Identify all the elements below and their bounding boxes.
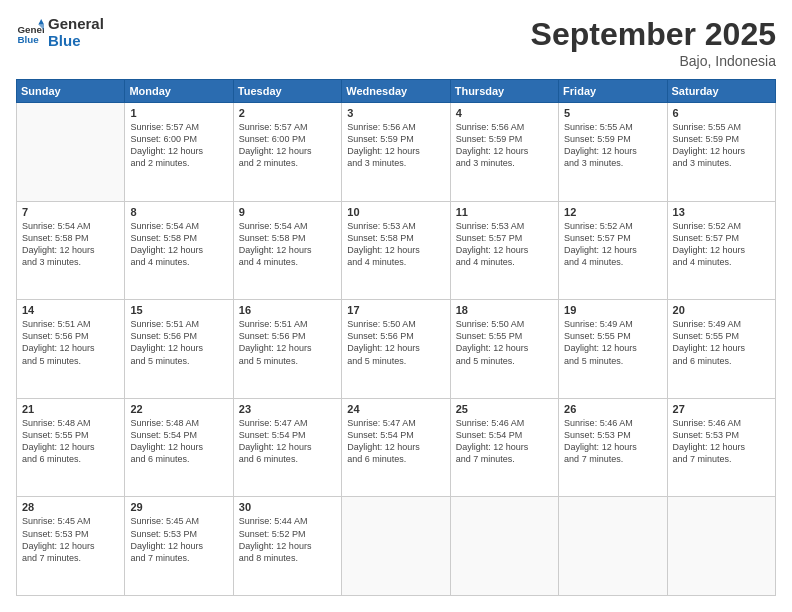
day-info-line: Sunrise: 5:48 AM (22, 417, 119, 429)
calendar-table: SundayMondayTuesdayWednesdayThursdayFrid… (16, 79, 776, 596)
day-info-line: Sunset: 5:54 PM (347, 429, 444, 441)
day-number: 20 (673, 304, 770, 316)
day-info-line: Sunrise: 5:54 AM (22, 220, 119, 232)
day-info-line: and 3 minutes. (22, 256, 119, 268)
day-info-line: Daylight: 12 hours (22, 342, 119, 354)
col-header-thursday: Thursday (450, 80, 558, 103)
day-info-line: Sunset: 5:59 PM (347, 133, 444, 145)
day-cell: 22Sunrise: 5:48 AMSunset: 5:54 PMDayligh… (125, 398, 233, 497)
day-info-line: Daylight: 12 hours (456, 145, 553, 157)
day-info-line: and 4 minutes. (130, 256, 227, 268)
day-info-line: Sunset: 5:58 PM (239, 232, 336, 244)
day-cell (559, 497, 667, 596)
day-info-line: Daylight: 12 hours (564, 441, 661, 453)
day-info-line: Sunset: 6:00 PM (239, 133, 336, 145)
day-info-line: Sunset: 5:59 PM (456, 133, 553, 145)
day-info-line: Sunrise: 5:44 AM (239, 515, 336, 527)
header: General Blue General Blue September 2025… (16, 16, 776, 69)
day-info-line: and 4 minutes. (239, 256, 336, 268)
day-info-line: and 2 minutes. (239, 157, 336, 169)
day-cell: 12Sunrise: 5:52 AMSunset: 5:57 PMDayligh… (559, 201, 667, 300)
day-info-line: Daylight: 12 hours (564, 244, 661, 256)
day-info-line: and 7 minutes. (130, 552, 227, 564)
day-number: 18 (456, 304, 553, 316)
day-cell (450, 497, 558, 596)
calendar-header-row: SundayMondayTuesdayWednesdayThursdayFrid… (17, 80, 776, 103)
day-info-line: Sunset: 5:52 PM (239, 528, 336, 540)
day-number: 16 (239, 304, 336, 316)
day-info-line: and 4 minutes. (456, 256, 553, 268)
col-header-friday: Friday (559, 80, 667, 103)
day-info-line: Daylight: 12 hours (673, 145, 770, 157)
day-info-line: Sunset: 5:53 PM (130, 528, 227, 540)
day-info-line: and 6 minutes. (22, 453, 119, 465)
logo-blue: Blue (48, 33, 104, 50)
day-number: 22 (130, 403, 227, 415)
week-row-2: 7Sunrise: 5:54 AMSunset: 5:58 PMDaylight… (17, 201, 776, 300)
day-info-line: and 7 minutes. (22, 552, 119, 564)
day-info-line: and 5 minutes. (564, 355, 661, 367)
day-info-line: Sunset: 5:58 PM (347, 232, 444, 244)
day-info-line: Sunrise: 5:57 AM (130, 121, 227, 133)
day-info-line: and 5 minutes. (239, 355, 336, 367)
day-info-line: Daylight: 12 hours (239, 145, 336, 157)
day-info-line: and 6 minutes. (239, 453, 336, 465)
day-info-line: Sunrise: 5:51 AM (22, 318, 119, 330)
day-cell: 14Sunrise: 5:51 AMSunset: 5:56 PMDayligh… (17, 300, 125, 399)
day-number: 17 (347, 304, 444, 316)
col-header-wednesday: Wednesday (342, 80, 450, 103)
col-header-sunday: Sunday (17, 80, 125, 103)
day-info-line: Daylight: 12 hours (239, 540, 336, 552)
day-info-line: Daylight: 12 hours (347, 244, 444, 256)
day-info-line: Sunrise: 5:52 AM (564, 220, 661, 232)
day-number: 6 (673, 107, 770, 119)
day-cell: 30Sunrise: 5:44 AMSunset: 5:52 PMDayligh… (233, 497, 341, 596)
day-cell: 21Sunrise: 5:48 AMSunset: 5:55 PMDayligh… (17, 398, 125, 497)
day-info-line: and 6 minutes. (130, 453, 227, 465)
day-cell: 9Sunrise: 5:54 AMSunset: 5:58 PMDaylight… (233, 201, 341, 300)
day-info-line: Daylight: 12 hours (22, 244, 119, 256)
day-info-line: Sunrise: 5:54 AM (130, 220, 227, 232)
day-info-line: Sunrise: 5:45 AM (22, 515, 119, 527)
day-info-line: and 5 minutes. (22, 355, 119, 367)
day-cell: 5Sunrise: 5:55 AMSunset: 5:59 PMDaylight… (559, 103, 667, 202)
day-info-line: Sunrise: 5:52 AM (673, 220, 770, 232)
day-cell: 25Sunrise: 5:46 AMSunset: 5:54 PMDayligh… (450, 398, 558, 497)
day-info-line: and 4 minutes. (564, 256, 661, 268)
day-info-line: Daylight: 12 hours (456, 441, 553, 453)
week-row-5: 28Sunrise: 5:45 AMSunset: 5:53 PMDayligh… (17, 497, 776, 596)
day-info-line: Daylight: 12 hours (130, 244, 227, 256)
day-cell: 3Sunrise: 5:56 AMSunset: 5:59 PMDaylight… (342, 103, 450, 202)
day-number: 26 (564, 403, 661, 415)
day-info-line: Daylight: 12 hours (130, 441, 227, 453)
day-info-line: Sunset: 5:55 PM (22, 429, 119, 441)
day-number: 19 (564, 304, 661, 316)
day-info-line: Sunset: 5:57 PM (456, 232, 553, 244)
day-info-line: Daylight: 12 hours (130, 342, 227, 354)
day-info-line: Sunset: 5:53 PM (673, 429, 770, 441)
day-info-line: Sunrise: 5:50 AM (456, 318, 553, 330)
day-info-line: Daylight: 12 hours (564, 342, 661, 354)
day-cell: 27Sunrise: 5:46 AMSunset: 5:53 PMDayligh… (667, 398, 775, 497)
day-info-line: Sunset: 5:54 PM (239, 429, 336, 441)
day-number: 2 (239, 107, 336, 119)
day-number: 1 (130, 107, 227, 119)
day-info-line: Daylight: 12 hours (22, 540, 119, 552)
day-number: 23 (239, 403, 336, 415)
day-info-line: Sunset: 5:53 PM (22, 528, 119, 540)
logo: General Blue General Blue (16, 16, 104, 49)
day-info-line: Sunset: 5:58 PM (22, 232, 119, 244)
day-info-line: Sunrise: 5:51 AM (239, 318, 336, 330)
day-info-line: Sunset: 5:57 PM (564, 232, 661, 244)
day-info-line: Sunset: 5:56 PM (22, 330, 119, 342)
day-cell: 20Sunrise: 5:49 AMSunset: 5:55 PMDayligh… (667, 300, 775, 399)
day-number: 11 (456, 206, 553, 218)
day-number: 29 (130, 501, 227, 513)
day-info-line: Sunset: 5:55 PM (456, 330, 553, 342)
day-info-line: Sunrise: 5:49 AM (673, 318, 770, 330)
day-info-line: and 3 minutes. (673, 157, 770, 169)
day-cell: 1Sunrise: 5:57 AMSunset: 6:00 PMDaylight… (125, 103, 233, 202)
day-cell: 8Sunrise: 5:54 AMSunset: 5:58 PMDaylight… (125, 201, 233, 300)
day-info-line: Sunset: 5:59 PM (673, 133, 770, 145)
day-info-line: and 8 minutes. (239, 552, 336, 564)
